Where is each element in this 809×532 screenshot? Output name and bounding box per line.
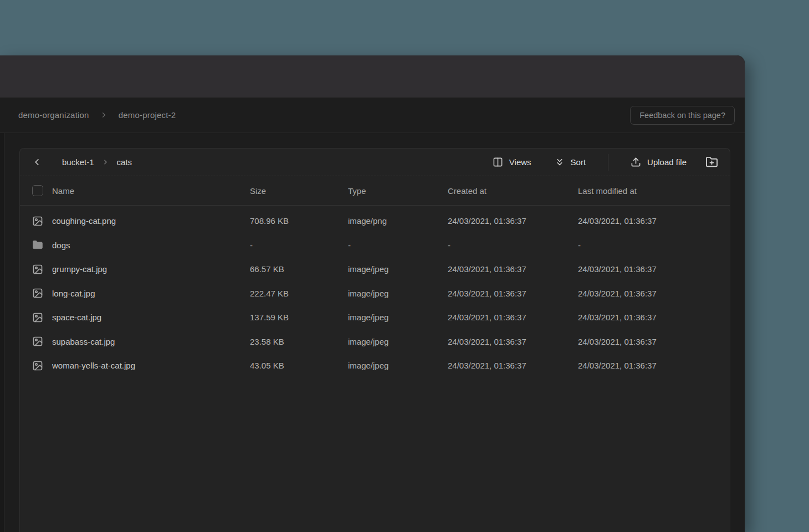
column-header-created: Created at <box>448 186 578 196</box>
image-icon <box>32 312 43 323</box>
column-header-modified: Last modified at <box>578 186 730 196</box>
chevron-right-icon <box>100 111 108 119</box>
window-content: bucket-1 cats Views <box>0 133 745 532</box>
file-type: image/jpeg <box>348 289 448 298</box>
file-name: dogs <box>52 241 70 250</box>
table-row[interactable]: space-cat.jpg 137.59 KB image/jpeg 24/03… <box>20 305 730 330</box>
file-created-at: 24/03/2021, 01:36:37 <box>448 313 578 322</box>
file-created-at: 24/03/2021, 01:36:37 <box>448 337 578 346</box>
image-icon <box>32 264 43 275</box>
table-row[interactable]: long-cat.jpg 222.47 KB image/jpeg 24/03/… <box>20 282 730 306</box>
file-size: 66.57 KB <box>250 264 348 274</box>
sort-label: Sort <box>571 157 586 167</box>
file-name: coughing-cat.png <box>52 216 116 226</box>
breadcrumb-organization[interactable]: demo-organization <box>18 110 89 120</box>
sort-button[interactable]: Sort <box>555 157 586 167</box>
file-size: - <box>250 241 348 250</box>
file-modified-at: - <box>578 241 730 250</box>
table-row[interactable]: supabass-cat.jpg 23.58 KB image/jpeg 24/… <box>20 330 730 354</box>
file-name: woman-yells-at-cat.jpg <box>52 361 135 370</box>
file-type: image/jpeg <box>348 361 448 370</box>
table-header-row: Name Size Type Created at Last modified … <box>20 176 730 206</box>
storage-explorer-panel: bucket-1 cats Views <box>19 148 730 532</box>
views-button[interactable]: Views <box>493 157 531 167</box>
upload-file-button[interactable]: Upload file <box>631 157 687 167</box>
table-row[interactable]: grumpy-cat.jpg 66.57 KB image/jpeg 24/03… <box>20 257 730 282</box>
file-name: supabass-cat.jpg <box>52 337 115 346</box>
upload-icon <box>631 157 641 167</box>
path-folder[interactable]: cats <box>117 157 132 167</box>
explorer-toolbar: bucket-1 cats Views <box>20 149 730 176</box>
image-icon <box>32 360 43 371</box>
file-name: space-cat.jpg <box>52 313 101 322</box>
file-name: long-cat.jpg <box>52 289 95 298</box>
file-size: 137.59 KB <box>250 313 348 322</box>
column-header-type: Type <box>348 186 448 196</box>
image-icon <box>32 336 43 347</box>
path-bucket[interactable]: bucket-1 <box>62 157 94 167</box>
file-modified-at: 24/03/2021, 01:36:37 <box>578 264 730 274</box>
file-modified-at: 24/03/2021, 01:36:37 <box>578 216 730 226</box>
file-modified-at: 24/03/2021, 01:36:37 <box>578 361 730 370</box>
window-header <box>0 55 745 98</box>
upload-file-label: Upload file <box>647 157 687 167</box>
create-folder-button[interactable] <box>705 156 718 168</box>
back-button[interactable] <box>32 157 42 167</box>
file-modified-at: 24/03/2021, 01:36:37 <box>578 337 730 346</box>
chevron-right-icon <box>102 158 109 166</box>
table-body: coughing-cat.png 708.96 KB image/png 24/… <box>20 206 730 378</box>
select-all-checkbox[interactable] <box>32 185 43 196</box>
file-modified-at: 24/03/2021, 01:36:37 <box>578 313 730 322</box>
file-modified-at: 24/03/2021, 01:36:37 <box>578 289 730 298</box>
file-type: image/jpeg <box>348 264 448 274</box>
file-name: grumpy-cat.jpg <box>52 264 107 274</box>
columns-icon <box>493 157 503 167</box>
chevrons-down-icon <box>555 157 565 167</box>
views-label: Views <box>509 157 531 167</box>
breadcrumb-project[interactable]: demo-project-2 <box>119 110 176 120</box>
file-size: 43.05 KB <box>250 361 348 370</box>
top-breadcrumb-bar: demo-organization demo-project-2 Feedbac… <box>0 98 745 133</box>
toolbar-actions: Views Sort Upload file <box>493 154 718 171</box>
left-rail <box>0 133 4 532</box>
table-row[interactable]: woman-yells-at-cat.jpg 43.05 KB image/jp… <box>20 354 730 378</box>
column-header-size: Size <box>250 186 348 196</box>
folder-plus-icon <box>705 156 718 168</box>
column-header-name: Name <box>52 186 74 196</box>
table-row[interactable]: coughing-cat.png 708.96 KB image/png 24/… <box>20 209 730 233</box>
file-created-at: 24/03/2021, 01:36:37 <box>448 289 578 298</box>
file-type: - <box>348 241 448 250</box>
file-created-at: 24/03/2021, 01:36:37 <box>448 361 578 370</box>
feedback-button[interactable]: Feedback on this page? <box>630 106 735 125</box>
table-row[interactable]: dogs - - - - <box>20 233 730 258</box>
image-icon <box>32 288 43 299</box>
chevron-left-icon <box>32 157 42 167</box>
image-icon <box>32 216 43 227</box>
file-created-at: 24/03/2021, 01:36:37 <box>448 216 578 226</box>
file-type: image/png <box>348 216 448 226</box>
app-window: demo-organization demo-project-2 Feedbac… <box>0 55 745 532</box>
file-created-at: 24/03/2021, 01:36:37 <box>448 264 578 274</box>
file-size: 708.96 KB <box>250 216 348 226</box>
file-created-at: - <box>448 241 578 250</box>
file-size: 23.58 KB <box>250 337 348 346</box>
file-size: 222.47 KB <box>250 289 348 298</box>
toolbar-divider <box>608 154 608 171</box>
file-type: image/jpeg <box>348 313 448 322</box>
file-type: image/jpeg <box>348 337 448 346</box>
folder-icon <box>32 239 43 250</box>
